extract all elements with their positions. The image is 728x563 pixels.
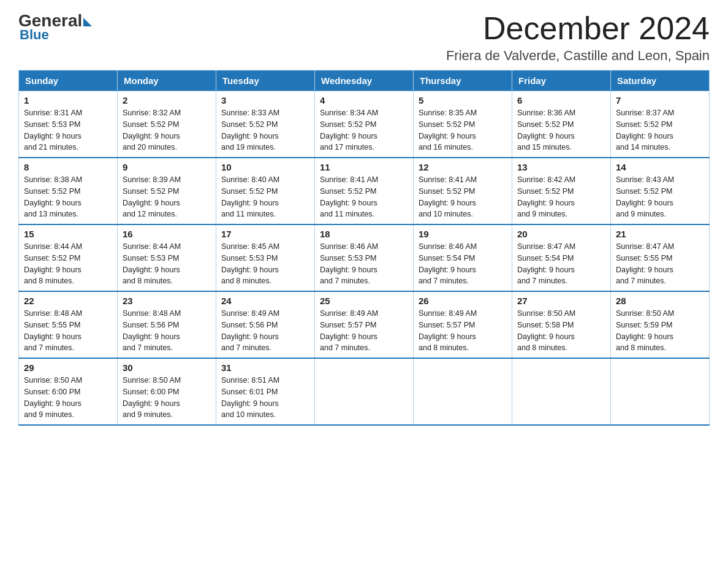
- day-number: 8: [24, 162, 112, 172]
- day-number: 6: [517, 95, 605, 105]
- calendar-cell: 7 Sunrise: 8:37 AM Sunset: 5:52 PM Dayli…: [611, 91, 710, 158]
- week-row-2: 8 Sunrise: 8:38 AM Sunset: 5:52 PM Dayli…: [19, 158, 710, 224]
- day-info: Sunrise: 8:34 AM Sunset: 5:52 PM Dayligh…: [320, 107, 408, 153]
- calendar-cell: 17 Sunrise: 8:45 AM Sunset: 5:53 PM Dayl…: [216, 224, 315, 291]
- header-friday: Friday: [512, 71, 611, 91]
- calendar-cell: [414, 358, 512, 425]
- header-thursday: Thursday: [414, 71, 512, 91]
- day-info: Sunrise: 8:49 AM Sunset: 5:57 PM Dayligh…: [320, 308, 408, 354]
- day-info: Sunrise: 8:50 AM Sunset: 5:59 PM Dayligh…: [616, 308, 704, 354]
- day-info: Sunrise: 8:42 AM Sunset: 5:52 PM Dayligh…: [517, 174, 605, 220]
- header-wednesday: Wednesday: [315, 71, 414, 91]
- calendar-header: SundayMondayTuesdayWednesdayThursdayFrid…: [19, 71, 710, 91]
- header-row: SundayMondayTuesdayWednesdayThursdayFrid…: [19, 71, 710, 91]
- day-info: Sunrise: 8:49 AM Sunset: 5:57 PM Dayligh…: [419, 308, 507, 354]
- calendar-cell: 24 Sunrise: 8:49 AM Sunset: 5:56 PM Dayl…: [216, 291, 315, 358]
- day-number: 13: [517, 162, 605, 172]
- day-number: 10: [221, 162, 309, 172]
- calendar-cell: 8 Sunrise: 8:38 AM Sunset: 5:52 PM Dayli…: [19, 158, 118, 224]
- calendar-cell: 31 Sunrise: 8:51 AM Sunset: 6:01 PM Dayl…: [216, 358, 315, 425]
- calendar-cell: 27 Sunrise: 8:50 AM Sunset: 5:58 PM Dayl…: [512, 291, 611, 358]
- day-number: 14: [616, 162, 704, 172]
- day-number: 20: [517, 229, 605, 239]
- title-area: December 2024 Friera de Valverde, Castil…: [446, 12, 710, 64]
- day-number: 3: [221, 95, 309, 105]
- calendar-cell: 5 Sunrise: 8:35 AM Sunset: 5:52 PM Dayli…: [414, 91, 512, 158]
- day-info: Sunrise: 8:48 AM Sunset: 5:55 PM Dayligh…: [24, 308, 112, 354]
- day-info: Sunrise: 8:44 AM Sunset: 5:53 PM Dayligh…: [123, 241, 211, 287]
- calendar-cell: 25 Sunrise: 8:49 AM Sunset: 5:57 PM Dayl…: [315, 291, 414, 358]
- calendar-cell: 6 Sunrise: 8:36 AM Sunset: 5:52 PM Dayli…: [512, 91, 611, 158]
- day-info: Sunrise: 8:44 AM Sunset: 5:52 PM Dayligh…: [24, 241, 112, 287]
- week-row-5: 29 Sunrise: 8:50 AM Sunset: 6:00 PM Dayl…: [19, 358, 710, 425]
- calendar-cell: 18 Sunrise: 8:46 AM Sunset: 5:53 PM Dayl…: [315, 224, 414, 291]
- calendar-cell: 3 Sunrise: 8:33 AM Sunset: 5:52 PM Dayli…: [216, 91, 315, 158]
- calendar-cell: [611, 358, 710, 425]
- day-number: 1: [24, 95, 112, 105]
- header-tuesday: Tuesday: [216, 71, 315, 91]
- calendar-body: 1 Sunrise: 8:31 AM Sunset: 5:53 PM Dayli…: [19, 91, 710, 426]
- calendar-cell: 30 Sunrise: 8:50 AM Sunset: 6:00 PM Dayl…: [118, 358, 216, 425]
- day-info: Sunrise: 8:46 AM Sunset: 5:53 PM Dayligh…: [320, 241, 408, 287]
- day-info: Sunrise: 8:32 AM Sunset: 5:52 PM Dayligh…: [123, 107, 211, 153]
- calendar-cell: 28 Sunrise: 8:50 AM Sunset: 5:59 PM Dayl…: [611, 291, 710, 358]
- calendar-cell: 15 Sunrise: 8:44 AM Sunset: 5:52 PM Dayl…: [19, 224, 118, 291]
- day-number: 31: [221, 362, 309, 373]
- day-number: 21: [616, 229, 704, 239]
- day-info: Sunrise: 8:47 AM Sunset: 5:55 PM Dayligh…: [616, 241, 704, 287]
- day-info: Sunrise: 8:33 AM Sunset: 5:52 PM Dayligh…: [221, 107, 309, 153]
- day-info: Sunrise: 8:41 AM Sunset: 5:52 PM Dayligh…: [419, 174, 507, 220]
- day-number: 26: [419, 296, 507, 306]
- day-info: Sunrise: 8:50 AM Sunset: 6:00 PM Dayligh…: [24, 375, 112, 421]
- calendar-cell: 26 Sunrise: 8:49 AM Sunset: 5:57 PM Dayl…: [414, 291, 512, 358]
- day-info: Sunrise: 8:46 AM Sunset: 5:54 PM Dayligh…: [419, 241, 507, 287]
- calendar-cell: 2 Sunrise: 8:32 AM Sunset: 5:52 PM Dayli…: [118, 91, 216, 158]
- day-number: 11: [320, 162, 408, 172]
- calendar-cell: 22 Sunrise: 8:48 AM Sunset: 5:55 PM Dayl…: [19, 291, 118, 358]
- calendar-cell: 9 Sunrise: 8:39 AM Sunset: 5:52 PM Dayli…: [118, 158, 216, 224]
- day-number: 24: [221, 296, 309, 306]
- calendar-cell: 11 Sunrise: 8:41 AM Sunset: 5:52 PM Dayl…: [315, 158, 414, 224]
- calendar-cell: [315, 358, 414, 425]
- day-number: 22: [24, 296, 112, 306]
- month-title: December 2024: [446, 12, 710, 44]
- location-title: Friera de Valverde, Castille and Leon, S…: [446, 48, 710, 64]
- calendar-cell: 13 Sunrise: 8:42 AM Sunset: 5:52 PM Dayl…: [512, 158, 611, 224]
- day-info: Sunrise: 8:45 AM Sunset: 5:53 PM Dayligh…: [221, 241, 309, 287]
- day-number: 25: [320, 296, 408, 306]
- calendar-cell: 19 Sunrise: 8:46 AM Sunset: 5:54 PM Dayl…: [414, 224, 512, 291]
- day-number: 15: [24, 229, 112, 239]
- day-info: Sunrise: 8:48 AM Sunset: 5:56 PM Dayligh…: [123, 308, 211, 354]
- day-number: 17: [221, 229, 309, 239]
- day-number: 2: [123, 95, 211, 105]
- calendar-cell: 20 Sunrise: 8:47 AM Sunset: 5:54 PM Dayl…: [512, 224, 611, 291]
- day-number: 18: [320, 229, 408, 239]
- calendar-cell: 14 Sunrise: 8:43 AM Sunset: 5:52 PM Dayl…: [611, 158, 710, 224]
- calendar-cell: 12 Sunrise: 8:41 AM Sunset: 5:52 PM Dayl…: [414, 158, 512, 224]
- day-info: Sunrise: 8:50 AM Sunset: 5:58 PM Dayligh…: [517, 308, 605, 354]
- calendar-cell: [512, 358, 611, 425]
- day-number: 30: [123, 362, 211, 373]
- day-info: Sunrise: 8:51 AM Sunset: 6:01 PM Dayligh…: [221, 375, 309, 421]
- calendar-cell: 16 Sunrise: 8:44 AM Sunset: 5:53 PM Dayl…: [118, 224, 216, 291]
- calendar-table: SundayMondayTuesdayWednesdayThursdayFrid…: [18, 70, 710, 426]
- day-info: Sunrise: 8:31 AM Sunset: 5:53 PM Dayligh…: [24, 107, 112, 153]
- calendar-cell: 29 Sunrise: 8:50 AM Sunset: 6:00 PM Dayl…: [19, 358, 118, 425]
- day-info: Sunrise: 8:36 AM Sunset: 5:52 PM Dayligh…: [517, 107, 605, 153]
- day-number: 5: [419, 95, 507, 105]
- logo: General Blue: [18, 12, 92, 43]
- calendar-cell: 4 Sunrise: 8:34 AM Sunset: 5:52 PM Dayli…: [315, 91, 414, 158]
- day-number: 9: [123, 162, 211, 172]
- day-info: Sunrise: 8:47 AM Sunset: 5:54 PM Dayligh…: [517, 241, 605, 287]
- day-number: 29: [24, 362, 112, 373]
- day-info: Sunrise: 8:41 AM Sunset: 5:52 PM Dayligh…: [320, 174, 408, 220]
- day-number: 4: [320, 95, 408, 105]
- week-row-1: 1 Sunrise: 8:31 AM Sunset: 5:53 PM Dayli…: [19, 91, 710, 158]
- calendar-cell: 10 Sunrise: 8:40 AM Sunset: 5:52 PM Dayl…: [216, 158, 315, 224]
- calendar-cell: 21 Sunrise: 8:47 AM Sunset: 5:55 PM Dayl…: [611, 224, 710, 291]
- day-info: Sunrise: 8:37 AM Sunset: 5:52 PM Dayligh…: [616, 107, 704, 153]
- day-info: Sunrise: 8:40 AM Sunset: 5:52 PM Dayligh…: [221, 174, 309, 220]
- header-sunday: Sunday: [19, 71, 118, 91]
- day-number: 7: [616, 95, 704, 105]
- week-row-3: 15 Sunrise: 8:44 AM Sunset: 5:52 PM Dayl…: [19, 224, 710, 291]
